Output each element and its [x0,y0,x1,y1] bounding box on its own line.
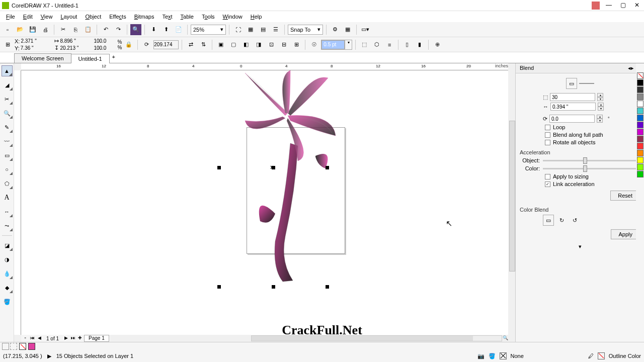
angle-spin-up[interactable]: ▴ [597,115,603,119]
color-blend-ccw-icon[interactable]: ↺ [569,215,580,226]
export-icon[interactable]: ⬆ [160,24,172,35]
snap-dropdown[interactable]: Snap To▾ [288,25,323,35]
object-accel-slider[interactable] [543,160,640,161]
menu-layout[interactable]: Layout [56,12,81,21]
spacing-spin-up[interactable]: ▴ [598,103,604,107]
crop-tool[interactable]: ✂ [2,94,13,105]
rulers-icon[interactable]: ▦ [245,24,256,35]
search-icon[interactable]: 🔍 [130,24,141,35]
mirror-v-icon[interactable]: ⇅ [198,39,209,50]
shape-tool[interactable]: ◢ [2,79,13,90]
no-color-swatch[interactable] [637,72,643,79]
canvas-area[interactable]: 16 12 8 4 0 4 8 12 16 20 inches [14,63,515,342]
current-fill-swatch[interactable] [28,343,35,350]
panel-expand-icon[interactable]: ▾ [520,243,640,250]
sel-handle-bc[interactable] [272,285,275,289]
vertical-ruler[interactable] [14,70,21,335]
view-normal-icon[interactable] [2,343,9,350]
y-input[interactable] [21,45,50,52]
zoom-tool[interactable]: 🔍 [2,108,13,119]
menu-window[interactable]: Window [219,12,247,21]
transparency-tool[interactable]: ◑ [2,254,13,265]
launcher-icon[interactable]: ▦ [342,24,353,35]
blend-spacing-input[interactable] [550,103,596,111]
fill-bucket-icon[interactable]: 🪣 [489,353,496,359]
rotation-input[interactable] [153,40,179,49]
sel-center-icon[interactable]: × [270,164,274,171]
user-icon[interactable] [592,2,600,10]
mirror-h-icon[interactable]: ⇄ [185,39,196,50]
page-add-button[interactable]: ✚ [77,335,83,341]
menu-file[interactable]: File [2,12,19,21]
maximize-button[interactable]: ▢ [618,2,628,10]
along-path-checkbox[interactable] [545,132,550,138]
group-icon[interactable]: ⊡ [266,39,277,50]
no-fill-swatch[interactable] [19,343,26,350]
color-maroon[interactable] [637,136,643,142]
print-icon[interactable]: 🖨 [40,24,51,35]
wrap-text-icon[interactable]: ⬚ [359,39,370,50]
zoom-fit-icon[interactable]: 🔍 [502,335,508,341]
copy-icon[interactable]: ⎘ [70,24,81,35]
outline-width-input[interactable] [321,40,345,49]
tab-document[interactable]: Untitled-1 [71,54,110,63]
apply-sizing-checkbox[interactable] [545,174,550,179]
camera-icon[interactable]: 📷 [477,353,485,359]
loop-checkbox[interactable] [545,125,550,130]
color-green[interactable] [637,171,643,177]
add-tab-button[interactable]: + [109,54,118,63]
close-button[interactable]: ✕ [632,2,642,10]
page-prev-button[interactable]: ◀ [36,335,42,341]
polygon-tool[interactable]: ⬠ [2,178,13,189]
to-back-page-icon[interactable]: ▢ [228,39,239,50]
outline-width-dropdown[interactable]: ▾ [321,40,352,50]
color-dark-gray[interactable] [637,86,643,93]
to-front-layer-icon[interactable]: ◧ [240,39,252,50]
menu-bitmaps[interactable]: Bitmaps [130,12,158,21]
color-blend-cw-icon[interactable]: ↻ [556,215,567,226]
page-tab-1[interactable]: Page 1 [84,335,109,342]
page-doc-icon[interactable]: ▫ [22,335,28,341]
import-icon[interactable]: ⬇ [148,24,159,35]
parallel-dim-tool[interactable]: ↔ [2,206,13,217]
docker-collapse-icon[interactable]: ◂▸ [628,65,634,71]
blend-preset-icon[interactable]: ▭ [566,78,577,89]
artwork-flower[interactable] [222,70,343,287]
pick-tool[interactable]: ▲ [2,65,13,76]
color-blend-direct-icon[interactable]: ▭ [543,215,554,226]
color-yellow[interactable] [637,157,643,163]
rotate-all-checkbox[interactable] [545,140,550,145]
angle-spin-down[interactable]: ▾ [597,119,603,123]
smart-fill-tool[interactable]: 🪣 [2,296,13,307]
redo-icon[interactable]: ↷ [113,24,124,35]
align-icon[interactable]: ≡ [384,39,395,50]
lock-ratio-icon[interactable]: 🔒 [123,39,134,50]
color-gray[interactable] [637,94,643,100]
publish-pdf-icon[interactable]: 📄 [173,24,184,35]
cut-icon[interactable]: ✂ [57,24,68,35]
menu-text[interactable]: Text [158,12,176,21]
menu-help[interactable]: Help [247,12,266,21]
x-input[interactable] [21,38,50,45]
text-tool[interactable]: A [2,192,13,203]
ungroup-all-icon[interactable]: ⊞ [291,39,302,50]
width-input[interactable] [60,38,89,45]
sel-handle-br[interactable] [326,285,329,289]
page-last-button[interactable]: ⏭ [70,335,76,341]
color-eyedropper-tool[interactable]: 💧 [2,268,13,279]
height-input[interactable] [60,45,89,52]
play-icon[interactable]: ▶ [47,353,51,359]
undo-icon[interactable]: ↶ [100,24,111,35]
color-orange[interactable] [637,150,643,156]
sel-handle-mr[interactable] [326,166,329,169]
interactive-fill-tool[interactable]: ◆ [2,282,13,293]
connector-tool[interactable]: ⤳ [2,220,13,231]
steps-spin-down[interactable]: ▾ [597,97,603,101]
menu-edit[interactable]: Edit [19,12,37,21]
artistic-media-tool[interactable]: 〰 [2,136,13,147]
app-launcher-icon[interactable]: ▭▾ [360,24,371,35]
blend-steps-input[interactable] [550,93,595,101]
open-icon[interactable]: 📂 [15,24,26,35]
color-lime[interactable] [637,164,643,170]
grid-icon[interactable]: ▤ [258,24,269,35]
